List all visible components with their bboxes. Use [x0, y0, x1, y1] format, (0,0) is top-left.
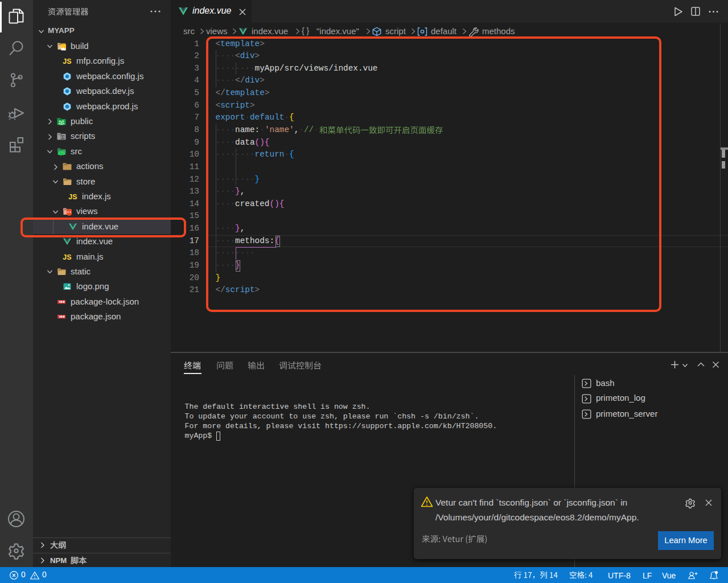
svg-text:JS: JS: [63, 58, 71, 65]
svg-text:JS: JS: [68, 193, 77, 201]
svg-text:JS: JS: [63, 253, 71, 261]
